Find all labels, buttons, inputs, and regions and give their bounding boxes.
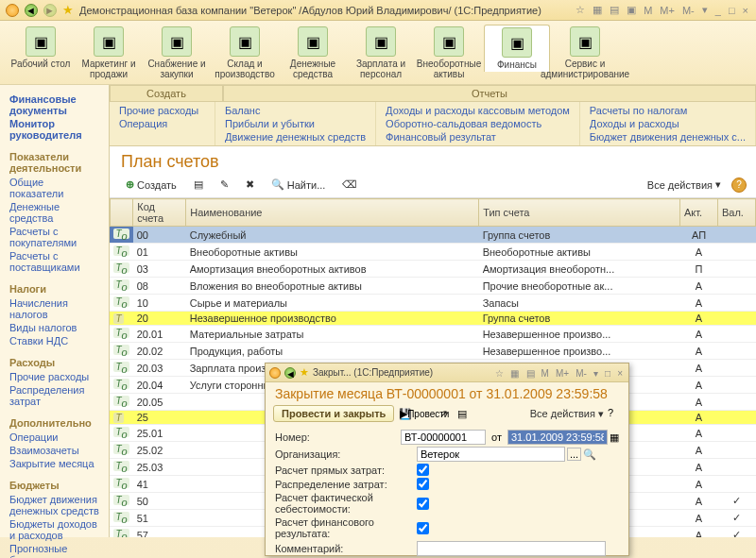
create-button[interactable]: ⊕Создать	[119, 176, 183, 194]
modal-fav-icon[interactable]: ★	[300, 366, 309, 379]
cost-distribution-checkbox[interactable]	[417, 478, 429, 490]
delete-button[interactable]: ✖	[239, 176, 261, 194]
all-actions-button[interactable]: Все действия ▾	[641, 176, 728, 194]
ribbon-link[interactable]: Прибыли и убытки	[225, 117, 366, 130]
sidebar-link[interactable]: Взаимозачеты	[9, 444, 99, 457]
mem-m[interactable]: M	[642, 5, 654, 16]
modal-close[interactable]: ×	[615, 368, 625, 379]
grid-icon[interactable]: ▦	[591, 4, 604, 16]
grid-header[interactable]: Тип счета	[479, 199, 680, 227]
sidebar-link[interactable]: Расчеты с поставщиками	[9, 249, 99, 274]
org-open-icon[interactable]: 🔍	[583, 448, 596, 461]
sidebar-link[interactable]: Ставки НДС	[9, 334, 99, 347]
find-button[interactable]: 🔍Найти...	[265, 176, 333, 194]
fin-result-checkbox[interactable]	[417, 522, 429, 534]
sidebar-link[interactable]: Распределения затрат	[9, 383, 99, 408]
ribbon-link[interactable]: Движение денежных средств	[225, 130, 366, 144]
comment-field[interactable]	[417, 541, 606, 556]
date-field[interactable]	[507, 430, 608, 445]
modal-help-icon[interactable]: ?	[608, 407, 621, 420]
ribbon-link[interactable]: Расчеты по налогам	[590, 104, 746, 117]
ribbon-link[interactable]: Прочие расходы	[119, 104, 205, 117]
table-row[interactable]: To00СлужебныйГруппа счетовАП	[110, 227, 755, 244]
sidebar-link[interactable]: Прочие расходы	[9, 370, 99, 383]
table-row[interactable]: To20.02Продукция, работыНезавершенное пр…	[110, 343, 755, 360]
modal-max[interactable]: □	[603, 368, 612, 379]
ribbon-link[interactable]: Финансовый результат	[386, 130, 570, 144]
modal-calc-icon[interactable]: ▤	[524, 368, 537, 379]
calc-icon[interactable]: ▤	[608, 4, 621, 16]
number-field[interactable]	[401, 430, 486, 445]
sidebar-link[interactable]: Закрытие месяца	[9, 457, 99, 470]
sidebar-link[interactable]: Начисления налогов	[9, 296, 99, 321]
table-row[interactable]: T20Незавершенное производствоГруппа счет…	[110, 312, 755, 326]
grid-header[interactable]	[110, 199, 132, 227]
section-1[interactable]: ▣Маркетинг и продажи	[76, 25, 142, 81]
section-6[interactable]: ▣Внеоборотные активы	[416, 25, 482, 81]
modal-mminus[interactable]: M-	[574, 368, 589, 379]
table-row[interactable]: To01Внеоборотные активыВнеоборотные акти…	[110, 244, 755, 261]
modal-all-actions[interactable]: Все действия ▾	[530, 408, 604, 420]
star-icon[interactable]: ☆	[574, 4, 587, 16]
section-5[interactable]: ▣Зарплата и персонал	[348, 25, 414, 81]
direct-costs-checkbox[interactable]	[417, 464, 429, 476]
section-4[interactable]: ▣Денежные средства	[280, 25, 346, 81]
clear-find-button[interactable]: ⌫	[335, 176, 364, 194]
section-2[interactable]: ▣Снабжение и закупки	[144, 25, 210, 81]
post-and-close-button[interactable]: Провести и закрыть	[273, 405, 394, 422]
grid-header[interactable]: Наименование	[186, 199, 479, 227]
table-row[interactable]: To20.01Материальные затратыНезавершенное…	[110, 326, 755, 343]
ribbon-link[interactable]: Доходы и расходы	[590, 117, 746, 130]
help-icon[interactable]: ?	[731, 178, 747, 193]
grid-header[interactable]: Вал.	[718, 199, 756, 227]
dropdown-icon[interactable]: ▾	[700, 4, 710, 16]
minimize-button[interactable]: _	[713, 5, 723, 16]
modal-nav-back[interactable]: ◄	[284, 367, 296, 379]
favorite-icon[interactable]: ★	[62, 3, 74, 17]
ribbon-link[interactable]: Доходы и расходы кассовым методом	[386, 104, 570, 117]
section-0[interactable]: ▣Рабочий стол	[8, 25, 74, 71]
sidebar-link[interactable]: Денежные средства	[9, 200, 99, 225]
mem-mplus[interactable]: M+	[658, 5, 677, 16]
sidebar-link[interactable]: Общие показатели	[9, 176, 99, 200]
ribbon-link[interactable]: Операция	[119, 117, 205, 130]
grid-header[interactable]: Код счета	[133, 199, 186, 227]
maximize-button[interactable]: □	[727, 5, 737, 16]
edit-button[interactable]: ✎	[214, 176, 235, 194]
table-row[interactable]: To10Сырье и материалыЗапасыА	[110, 295, 755, 312]
sidebar-link[interactable]: Монитор руководителя	[9, 117, 99, 142]
link-icon[interactable]: ↗	[436, 406, 451, 421]
close-button[interactable]: ×	[741, 5, 750, 16]
sidebar-link[interactable]: Расчеты с покупателями	[9, 225, 99, 249]
ribbon-link[interactable]: Баланс	[225, 104, 366, 117]
post-button[interactable]: ▶Провести	[417, 406, 432, 421]
calendar-icon[interactable]: ▣	[625, 4, 638, 16]
org-select-button[interactable]: ...	[567, 448, 581, 461]
sidebar-link[interactable]: Бюджеты доходов и расходов	[9, 517, 99, 542]
modal-dd[interactable]: ▾	[592, 368, 600, 379]
section-8[interactable]: ▣Сервис и администрирование	[552, 25, 618, 81]
org-field[interactable]	[417, 447, 565, 462]
modal-star-icon[interactable]: ☆	[493, 368, 506, 379]
app-icon-1c	[6, 4, 19, 17]
table-row[interactable]: To03Амортизация внеоборотных активовАмор…	[110, 261, 755, 278]
grid-header[interactable]: Акт.	[680, 199, 718, 227]
table-row[interactable]: To08Вложения во внеоборотные активыПрочи…	[110, 278, 755, 295]
sidebar-link[interactable]: Операции	[9, 431, 99, 444]
modal-grid-icon[interactable]: ▦	[508, 368, 521, 379]
report-icon[interactable]: ▤	[455, 406, 470, 421]
ribbon-link[interactable]: Оборотно-сальдовая ведомость	[386, 117, 570, 130]
ribbon-link[interactable]: Бюджет движения денежных с...	[590, 130, 746, 144]
modal-mplus[interactable]: M+	[554, 368, 571, 379]
mem-mminus[interactable]: M-	[680, 5, 696, 16]
nav-back-icon[interactable]: ◄	[25, 4, 38, 17]
sidebar-link[interactable]: Виды налогов	[9, 321, 99, 334]
modal-m[interactable]: M	[540, 368, 551, 379]
section-3[interactable]: ▣Склад и производство	[212, 25, 278, 81]
copy-button[interactable]: ▤	[187, 176, 210, 194]
sidebar-link[interactable]: Прогнозные балансы	[9, 542, 99, 558]
sidebar-link[interactable]: Бюджет движения денежных средств	[9, 493, 99, 517]
actual-cost-checkbox[interactable]	[417, 498, 429, 510]
sidebar-link[interactable]: Финансовые документы	[9, 93, 99, 117]
calendar-picker-icon[interactable]: ▦	[610, 431, 619, 444]
